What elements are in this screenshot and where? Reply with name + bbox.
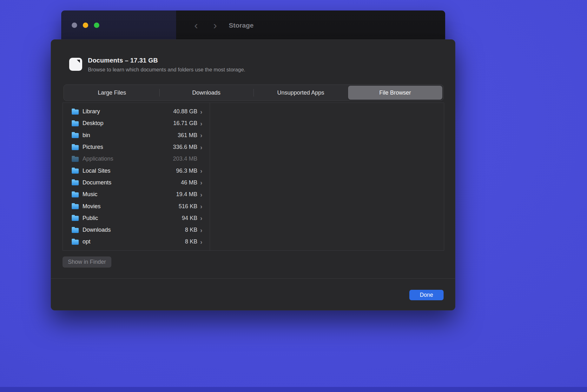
file-size: 96.3 MB (176, 168, 197, 174)
zoom-window-button[interactable] (94, 23, 99, 28)
file-name: opt (82, 238, 90, 245)
folder-icon (72, 121, 79, 126)
window-title: Storage (229, 20, 254, 31)
file-size: 40.88 GB (173, 108, 197, 115)
folder-icon (72, 216, 79, 221)
sheet-title: Documents – 17.31 GB (88, 57, 245, 64)
close-window-button[interactable] (72, 23, 77, 28)
back-icon[interactable]: ‹ (191, 20, 201, 30)
file-row-desktop[interactable]: Desktop 16.71 GB › (63, 117, 210, 129)
file-name: Movies (82, 203, 101, 210)
chevron-right-icon: › (200, 192, 204, 197)
folder-icon (72, 180, 79, 185)
file-row-music[interactable]: Music 19.4 MB › (63, 189, 210, 200)
done-button[interactable]: Done (409, 290, 444, 300)
file-row-bin[interactable]: bin 361 MB › (63, 130, 210, 141)
folder-icon (72, 240, 79, 245)
forward-icon[interactable]: › (210, 20, 220, 30)
folder-icon (72, 169, 79, 174)
file-name: Documents (82, 179, 111, 186)
folder-icon (72, 110, 79, 115)
chevron-right-icon: › (200, 180, 204, 185)
tab-file-browser[interactable]: File Browser (348, 86, 443, 100)
tab-downloads[interactable]: Downloads (159, 86, 254, 100)
chevron-right-icon: › (200, 227, 204, 233)
file-size: 516 KB (179, 203, 197, 210)
chevron-right-icon: › (200, 215, 204, 221)
file-size: 19.4 MB (176, 191, 197, 198)
folder-icon (72, 228, 79, 233)
column-divider (210, 103, 210, 250)
chevron-right-icon: › (200, 121, 204, 126)
file-row-downloads[interactable]: Downloads 8 KB › (63, 224, 210, 236)
sheet-header: Documents – 17.31 GB Browse to learn whi… (69, 57, 245, 73)
file-name: bin (82, 132, 90, 139)
file-row-opt[interactable]: opt 8 KB › (63, 236, 210, 248)
file-browser-panel: Library 40.88 GB › Desktop 16.71 GB › bi… (63, 103, 444, 251)
folder-icon (72, 157, 79, 162)
file-size: 336.6 MB (173, 144, 197, 150)
folder-icon (72, 133, 79, 138)
file-size: 361 MB (178, 132, 197, 139)
file-size: 16.71 GB (173, 120, 197, 127)
folder-icon (72, 145, 79, 150)
file-row-library[interactable]: Library 40.88 GB › (63, 106, 210, 117)
file-row-pictures[interactable]: Pictures 336.6 MB › (63, 141, 210, 153)
file-size: 46 MB (181, 179, 197, 186)
file-name: Desktop (82, 120, 103, 127)
file-name: Applications (82, 156, 113, 162)
folder-icon (72, 192, 79, 197)
desktop-bottom-shade (0, 387, 587, 392)
chevron-right-icon: › (200, 203, 204, 209)
minimize-window-button[interactable] (83, 23, 88, 28)
chevron-right-icon: › (200, 132, 204, 138)
chevron-right-icon: › (200, 109, 204, 115)
folder-icon (72, 204, 79, 209)
file-row-local-sites[interactable]: Local Sites 96.3 MB › (63, 165, 210, 176)
footer-divider (51, 278, 455, 279)
show-in-finder-button[interactable]: Show in Finder (63, 256, 111, 268)
view-segmented-control: Large FilesDownloadsUnsupported AppsFile… (63, 84, 444, 101)
file-name: Downloads (82, 227, 111, 233)
tab-unsupported-apps[interactable]: Unsupported Apps (254, 86, 348, 100)
file-name: Local Sites (82, 168, 110, 174)
file-name: Music (82, 191, 97, 198)
file-size: 8 KB (185, 227, 197, 233)
file-size: 94 KB (182, 215, 197, 222)
documents-category-icon (69, 58, 82, 71)
file-name: Pictures (82, 144, 103, 150)
file-row-movies[interactable]: Movies 516 KB › (63, 200, 210, 212)
storage-documents-sheet: Documents – 17.31 GB Browse to learn whi… (51, 39, 455, 310)
chevron-right-icon: › (200, 239, 204, 245)
sheet-subtitle: Browse to learn which documents and fold… (88, 67, 245, 73)
file-row-applications: Applications 203.4 MB (63, 153, 210, 165)
file-size: 8 KB (185, 238, 197, 245)
file-name: Library (82, 108, 100, 115)
file-list: Library 40.88 GB › Desktop 16.71 GB › bi… (63, 103, 210, 248)
tab-large-files[interactable]: Large Files (65, 86, 159, 100)
file-row-documents[interactable]: Documents 46 MB › (63, 177, 210, 189)
file-size: 203.4 MB (173, 156, 197, 162)
chevron-right-icon: › (200, 168, 204, 174)
chevron-right-icon: › (200, 144, 204, 150)
file-name: Public (82, 215, 98, 222)
file-row-public[interactable]: Public 94 KB › (63, 212, 210, 224)
